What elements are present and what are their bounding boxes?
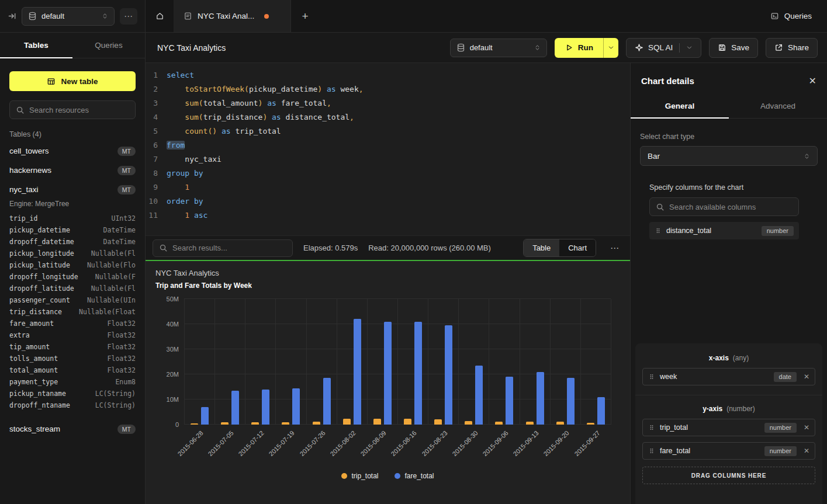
legend-label: fare_total — [404, 472, 434, 480]
query-tab[interactable]: NYC Taxi Anal... — [174, 0, 291, 32]
remove-column-icon[interactable]: ✕ — [804, 447, 809, 455]
bar-group — [550, 299, 580, 425]
table-row[interactable]: hackernewsMT — [9, 161, 136, 180]
column-row: dropoff_longitudeNullable(F — [9, 271, 136, 283]
column-item-fare_total[interactable]: fare_totalnumber✕ — [642, 442, 815, 460]
queries-button-label: Queries — [784, 12, 812, 20]
editor-line[interactable]: 6from — [146, 138, 630, 152]
table-row[interactable]: nyc_taxiMT — [9, 180, 136, 199]
editor-line[interactable]: 5 count() as trip_total — [146, 124, 630, 138]
editor-line[interactable]: 7 nyc_taxi — [146, 152, 630, 166]
remove-column-icon[interactable]: ✕ — [804, 373, 809, 381]
code-text: select — [167, 68, 194, 82]
editor-line[interactable]: 4 sum(trip_distance) as distance_total, — [146, 110, 630, 124]
bar-group — [458, 299, 489, 425]
bar-group — [214, 299, 245, 425]
search-results-input[interactable] — [172, 244, 286, 252]
editor-line[interactable]: 9 1 — [146, 180, 630, 194]
sidebar-tab-tables[interactable]: Tables — [0, 33, 72, 58]
editor-line[interactable]: 1select — [146, 68, 630, 82]
bar-fare_total — [201, 407, 209, 425]
editor-line[interactable]: 8group by — [146, 166, 630, 180]
bar-trip_total — [404, 419, 411, 425]
search-resources-input[interactable] — [29, 106, 129, 114]
remove-column-icon[interactable]: ✕ — [804, 423, 809, 432]
column-item-trip_total[interactable]: trip_totalnumber✕ — [642, 419, 815, 436]
drag-handle-icon[interactable] — [648, 447, 655, 454]
editor-line[interactable]: 2 toStartOfWeek(pickup_datetime) as week… — [146, 82, 630, 96]
code-text: sum(total_amount) as fare_total, — [167, 96, 331, 110]
topbar-right: Queries — [763, 0, 827, 32]
column-name: trip_distance — [9, 306, 62, 318]
column-item-week[interactable]: weekdate✕ — [642, 368, 815, 385]
column-name: dropoff_latitude — [9, 283, 74, 294]
results-more-button[interactable]: ⋯ — [607, 243, 623, 253]
column-type-badge: number — [764, 446, 797, 456]
column-name: pickup_ntaname — [9, 388, 66, 399]
chart-view-button[interactable]: Chart — [559, 239, 596, 256]
drag-handle-icon[interactable] — [655, 227, 662, 234]
column-item-distance_total[interactable]: distance_totalnumber — [649, 222, 799, 239]
chart-details-tabs: General Advanced — [631, 95, 827, 119]
table-row[interactable]: stocks_streamMT — [9, 419, 136, 439]
x-tick: 2015-08-16 — [398, 426, 428, 470]
code-text: toStartOfWeek(pickup_datetime) as week, — [167, 82, 364, 96]
tab-general[interactable]: General — [631, 95, 729, 118]
sidebar-tab-queries[interactable]: Queries — [72, 33, 145, 58]
collapse-sidebar-icon[interactable] — [8, 12, 16, 20]
bar-trip_total — [191, 423, 198, 425]
new-table-button[interactable]: New table — [9, 71, 136, 91]
editor-line[interactable]: 10order by — [146, 194, 630, 208]
sql-editor[interactable]: 1select2 toStartOfWeek(pickup_datetime) … — [146, 63, 630, 235]
column-row: tip_amountFloat32 — [9, 341, 136, 353]
drag-handle-icon[interactable] — [648, 424, 655, 431]
run-options-chevron[interactable] — [603, 38, 618, 58]
queries-button[interactable]: Queries — [763, 0, 819, 32]
sql-ai-button[interactable]: SQL AI — [626, 38, 701, 58]
column-row: dropoff_latitudeNullable(Fl — [9, 283, 136, 294]
bar-trip_total — [587, 423, 594, 425]
column-type: Enum8 — [115, 376, 136, 388]
run-database-selector[interactable]: default — [450, 39, 547, 57]
close-icon[interactable]: ✕ — [809, 77, 816, 86]
column-type-badge: number — [762, 226, 794, 236]
sidebar-search — [9, 100, 136, 119]
chart-type-select[interactable]: Bar — [640, 146, 818, 166]
editor-lines: 1select2 toStartOfWeek(pickup_datetime) … — [146, 68, 630, 223]
database-selector[interactable]: default — [22, 7, 115, 26]
column-name: pickup_latitude — [9, 259, 70, 271]
column-type: Float32 — [108, 353, 136, 364]
gridline — [184, 374, 611, 374]
save-button[interactable]: Save — [709, 38, 758, 58]
workspace-more-button[interactable]: ⋯ — [120, 8, 137, 25]
new-tab-button[interactable]: + — [291, 0, 319, 32]
home-icon — [155, 12, 164, 20]
line-number: 4 — [146, 110, 167, 124]
table-view-button[interactable]: Table — [524, 239, 559, 256]
column-item-label: fare_total — [660, 447, 690, 455]
y-tick-label: 20M — [167, 371, 179, 378]
column-type: UInt32 — [111, 213, 136, 224]
drop-zone[interactable]: DRAG COLUMNS HERE — [642, 467, 815, 484]
editor-column: 1select2 toStartOfWeek(pickup_datetime) … — [146, 63, 630, 504]
editor-line[interactable]: 3 sum(total_amount) as fare_total, — [146, 96, 630, 110]
drag-handle-icon[interactable] — [648, 373, 655, 380]
line-number: 9 — [146, 180, 167, 194]
search-columns-input[interactable] — [669, 203, 793, 211]
run-database-value: default — [470, 43, 530, 52]
home-tab[interactable] — [146, 0, 174, 32]
x-tick: 2015-09-27 — [581, 426, 611, 470]
bar-group — [275, 299, 306, 425]
query-tab-label: NYC Taxi Anal... — [198, 12, 254, 20]
run-button[interactable]: Run — [555, 38, 603, 58]
legend-item[interactable]: trip_total — [341, 472, 378, 480]
table-row[interactable]: cell_towersMT — [9, 141, 136, 161]
bar-group — [520, 299, 550, 425]
legend-item[interactable]: fare_total — [395, 472, 434, 480]
table-icon — [47, 77, 56, 86]
editor-line[interactable]: 11 1 asc — [146, 208, 630, 223]
x-tick-label: 2015-06-28 — [176, 429, 204, 457]
legend-dot — [395, 473, 400, 479]
tab-advanced[interactable]: Advanced — [729, 95, 827, 118]
share-button[interactable]: Share — [766, 38, 818, 58]
